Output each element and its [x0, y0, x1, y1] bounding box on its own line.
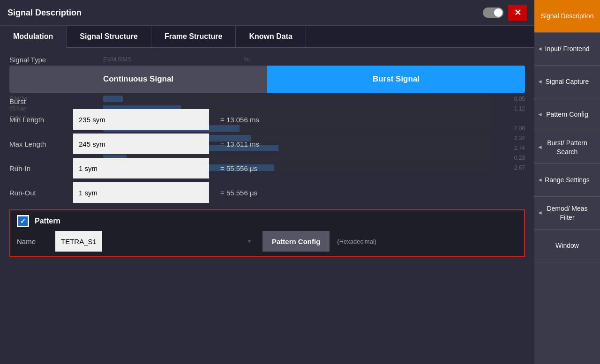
right-sidebar: Signal Description ◄ Input/ Frontend ◄ S… — [534, 0, 600, 364]
toggle-switch[interactable] — [483, 7, 503, 18]
min-length-label: Min Length — [9, 116, 66, 124]
content-area: EVM RMS % Current 0.98 1.04 1.13 SIM/2σ — [0, 48, 534, 364]
max-length-label: Max Length — [9, 140, 66, 148]
close-button[interactable]: ✕ — [508, 5, 527, 21]
burst-section: Burst Min Length = 13.056 ms Max Length … — [9, 97, 525, 203]
run-in-row: Run-In = 55.556 μs — [9, 158, 525, 178]
run-out-row: Run-Out = 55.556 μs — [9, 182, 525, 203]
run-in-input[interactable] — [73, 158, 209, 178]
sidebar-item-burst-pattern-search[interactable]: ◄ Burst/ Pattern Search — [534, 131, 600, 164]
tabs-bar: Modulation Signal Structure Frame Struct… — [0, 26, 534, 48]
run-out-input[interactable] — [73, 182, 209, 203]
tab-known-data[interactable]: Known Data — [236, 26, 306, 47]
signal-description-dialog: Signal Description ✕ Modulation Signal S… — [0, 0, 534, 364]
pattern-section: ✓ Pattern Name TETRA_S1 Pattern Config (… — [9, 209, 525, 257]
pattern-name-row: Name TETRA_S1 Pattern Config (Hexadecima… — [17, 231, 518, 252]
run-out-label: Run-Out — [9, 189, 66, 197]
sidebar-item-range-settings[interactable]: ◄ Range Settings — [534, 164, 600, 197]
tab-frame-structure[interactable]: Frame Structure — [151, 26, 236, 47]
min-length-row: Min Length = 13.056 ms — [9, 109, 525, 130]
sidebar-item-signal-capture[interactable]: ◄ Signal Capture — [534, 66, 600, 98]
sidebar-arrow-icon: ◄ — [537, 45, 543, 53]
max-length-input[interactable] — [73, 134, 209, 154]
signal-type-label: Signal Type — [9, 56, 525, 64]
sidebar-item-label: Window — [555, 241, 579, 250]
tab-modulation[interactable]: Modulation — [0, 26, 67, 48]
pattern-header: ✓ Pattern — [17, 215, 518, 227]
sidebar-item-input-frontend[interactable]: ◄ Input/ Frontend — [534, 33, 600, 66]
run-in-label: Run-In — [9, 164, 66, 172]
sidebar-item-label: Pattern Config — [546, 110, 588, 119]
sidebar-item-signal-description[interactable]: Signal Description — [534, 0, 600, 33]
signal-type-section: Signal Type Continuous Signal Burst Sign… — [9, 56, 525, 93]
min-length-input[interactable] — [73, 109, 209, 130]
sidebar-item-label: Input/ Frontend — [545, 45, 590, 53]
sidebar-item-label: Signal Capture — [546, 77, 589, 86]
sidebar-item-label: Burst/ Pattern Search — [539, 139, 595, 156]
pattern-name-select-wrapper: TETRA_S1 — [55, 231, 257, 252]
sidebar-item-window[interactable]: Window — [534, 230, 600, 262]
sidebar-item-label: Demod/ Meas Filter — [539, 204, 595, 221]
title-bar-left: Signal Description — [8, 8, 82, 18]
run-in-computed: = 55.556 μs — [220, 164, 257, 172]
burst-label: Burst — [9, 97, 525, 105]
pattern-checkbox[interactable]: ✓ — [17, 215, 29, 227]
pattern-name-label: Name — [17, 238, 50, 245]
sidebar-item-label: Range Settings — [545, 176, 590, 184]
dialog-title: Signal Description — [8, 8, 82, 18]
max-length-computed: = 13.611 ms — [220, 140, 259, 148]
burst-signal-button[interactable]: Burst Signal — [267, 66, 525, 93]
continuous-signal-button[interactable]: Continuous Signal — [9, 66, 267, 93]
fg-content: Signal Type Continuous Signal Burst Sign… — [9, 56, 525, 257]
pattern-label: Pattern — [35, 217, 60, 225]
sidebar-arrow-icon: ◄ — [537, 177, 543, 184]
max-length-row: Max Length = 13.611 ms — [9, 134, 525, 154]
pattern-config-button[interactable]: Pattern Config — [262, 231, 330, 252]
min-length-computed: = 13.056 ms — [220, 116, 259, 124]
tab-signal-structure[interactable]: Signal Structure — [67, 26, 151, 47]
checkmark-icon: ✓ — [18, 216, 28, 226]
sidebar-item-pattern-config[interactable]: ◄ Pattern Config — [534, 98, 600, 131]
run-out-computed: = 55.556 μs — [220, 189, 257, 197]
sidebar-arrow-icon: ◄ — [537, 144, 543, 151]
sidebar-item-demod-meas-filter[interactable]: ◄ Demod/ Meas Filter — [534, 197, 600, 230]
signal-type-buttons: Continuous Signal Burst Signal — [9, 66, 525, 93]
hex-label: (Hexadecimal) — [337, 238, 376, 245]
sidebar-item-label: Signal Description — [541, 12, 594, 20]
sidebar-arrow-icon: ◄ — [537, 209, 543, 217]
title-bar: Signal Description ✕ — [0, 0, 534, 26]
sidebar-arrow-icon: ◄ — [537, 78, 543, 86]
pattern-name-select[interactable]: TETRA_S1 — [55, 231, 102, 252]
sidebar-arrow-icon: ◄ — [537, 111, 543, 119]
